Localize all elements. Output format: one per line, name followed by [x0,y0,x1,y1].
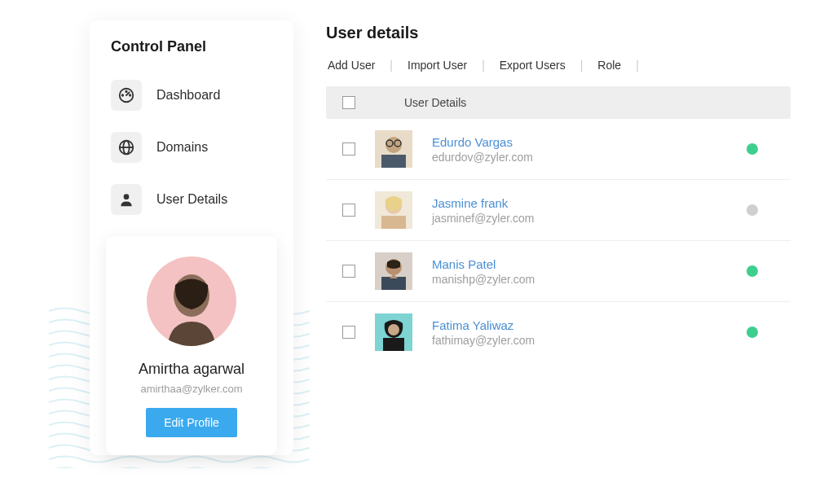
status-badge [747,327,758,338]
user-name-link[interactable]: Edurdo Vargas [432,135,727,149]
main-panel: User details Add User | Import User | Ex… [326,20,791,455]
action-bar: Add User | Import User | Export Users | … [326,59,791,72]
avatar [375,252,412,290]
profile-card: Amirtha agarwal amirthaa@zylker.com Edit… [106,236,277,455]
sidebar-item-label: User Details [156,192,227,207]
avatar [375,313,412,351]
table-row: Jasmine frank jasminef@zyler.com [326,180,791,241]
avatar [375,191,412,229]
sidebar-title: Control Panel [106,38,277,55]
user-name-link[interactable]: Jasmine frank [432,196,727,210]
row-checkbox[interactable] [342,142,355,156]
sidebar-item-dashboard[interactable]: Dashboard [106,73,277,117]
user-icon [111,184,142,215]
table-header: User Details [326,86,791,119]
svg-rect-19 [383,338,404,351]
row-checkbox[interactable] [342,326,355,339]
table-row: Manis Patel manishp@zyler.com [326,241,791,302]
user-email: fathimay@zyler.com [432,334,727,347]
svg-point-4 [130,94,130,95]
row-checkbox[interactable] [342,265,355,278]
table-row: Fatima Yaliwaz fathimay@zyler.com [326,302,791,362]
status-badge [747,265,758,277]
add-user-action[interactable]: Add User [328,59,375,72]
role-action[interactable]: Role [597,59,621,72]
profile-name: Amirtha agarwal [121,361,262,378]
user-email: jasminef@zyler.com [432,212,727,225]
gauge-icon [111,80,142,111]
avatar [147,256,236,346]
sidebar-item-domains[interactable]: Domains [106,125,277,169]
globe-icon [111,132,142,163]
select-all-checkbox[interactable] [342,96,355,109]
svg-point-20 [388,324,399,335]
user-email: edurdov@zyler.com [432,151,727,164]
svg-rect-17 [381,277,406,290]
sidebar-item-label: Domains [156,140,208,155]
column-header-user-details: User Details [404,96,466,109]
user-name-link[interactable]: Manis Patel [432,257,727,271]
import-user-action[interactable]: Import User [408,59,467,72]
svg-rect-15 [381,216,406,229]
svg-point-10 [385,137,402,153]
edit-profile-button[interactable]: Edit Profile [146,408,237,437]
svg-point-8 [124,194,130,199]
svg-point-2 [122,94,123,95]
avatar [375,130,412,168]
svg-point-3 [126,91,126,92]
sidebar-item-user-details[interactable]: User Details [106,177,277,221]
sidebar: Control Panel Dashboard [90,20,293,455]
user-email: manishp@zyler.com [432,273,727,286]
svg-rect-11 [381,155,406,168]
status-badge [747,204,758,216]
profile-email: amirthaa@zylker.com [121,383,262,395]
table-row: Edurdo Vargas edurdov@zyler.com [326,119,791,180]
status-badge [747,143,758,155]
export-users-action[interactable]: Export Users [500,59,566,72]
page-title: User details [326,24,791,42]
row-checkbox[interactable] [342,204,355,217]
sidebar-item-label: Dashboard [156,88,220,103]
user-name-link[interactable]: Fatima Yaliwaz [432,318,727,332]
